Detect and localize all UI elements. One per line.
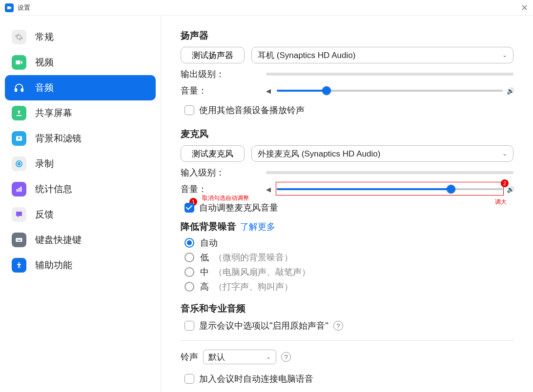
chevron-down-icon: ⌄: [502, 52, 507, 59]
svg-rect-9: [16, 238, 22, 242]
music-section-title: 音乐和专业音频: [181, 302, 513, 315]
feedback-icon: [12, 207, 26, 222]
sidebar-item-label: 辅助功能: [35, 259, 72, 272]
sidebar-item-label: 背景和滤镜: [35, 132, 82, 145]
auto-adjust-mic-checkbox[interactable]: [184, 203, 194, 213]
noise-radio-high[interactable]: [184, 282, 194, 292]
annotation-text-1: 取消勾选自动调整: [202, 194, 249, 202]
sidebar-item-label: 音频: [35, 81, 54, 94]
sidebar-item-background[interactable]: 背景和滤镜: [5, 126, 156, 151]
original-sound-label: 显示会议中选项以"启用原始声音": [199, 320, 328, 332]
headphones-icon: [12, 80, 26, 95]
sidebar-item-feedback[interactable]: 反馈: [5, 202, 156, 227]
chevron-down-icon: ⌄: [502, 150, 507, 157]
sidebar-item-general[interactable]: 常规: [5, 24, 156, 50]
test-speaker-button[interactable]: 测试扬声器: [181, 47, 245, 63]
sidebar-item-video[interactable]: 视频: [5, 50, 156, 75]
input-level-label: 输入级别：: [181, 167, 266, 178]
noise-option-label: 高: [200, 281, 209, 293]
speaker-high-icon: 🔊: [507, 87, 513, 95]
svg-point-11: [18, 239, 19, 239]
sidebar: 常规 视频 音频 共享屏幕 背景和滤镜 录制 统计信息 反馈: [0, 16, 161, 392]
svg-point-5: [18, 163, 20, 165]
other-audio-device-label: 使用其他音频设备播放铃声: [199, 104, 305, 116]
noise-section-title: 降低背景噪音: [181, 220, 236, 233]
sidebar-item-accessibility[interactable]: 辅助功能: [5, 253, 156, 278]
noise-radio-mid[interactable]: [184, 267, 194, 277]
speaker-low-icon: ◀: [266, 87, 273, 95]
sidebar-item-label: 常规: [35, 31, 54, 43]
mic-volume-slider[interactable]: ◀ 2 调大 🔊: [266, 186, 513, 193]
stats-icon: [12, 182, 26, 196]
main-panel: 扬声器 测试扬声器 耳机 (Synaptics HD Audio) ⌄ 输出级别…: [161, 16, 533, 392]
svg-point-12: [20, 239, 20, 239]
noise-option-label: 低: [200, 252, 209, 263]
speaker-device-value: 耳机 (Synaptics HD Audio): [258, 50, 355, 61]
speaker-low-icon: ◀: [266, 186, 273, 193]
keyboard-icon: [12, 233, 26, 247]
ringtone-dropdown[interactable]: 默认 ⌄: [203, 350, 276, 364]
help-icon[interactable]: ?: [281, 352, 291, 362]
svg-point-10: [17, 239, 17, 239]
sidebar-item-stats[interactable]: 统计信息: [5, 176, 156, 202]
sidebar-item-label: 统计信息: [35, 183, 72, 196]
mic-volume-label: 音量：: [181, 183, 266, 195]
speaker-volume-label: 音量：: [181, 85, 266, 97]
window-title: 设置: [18, 3, 30, 12]
sidebar-item-label: 共享屏幕: [35, 107, 72, 119]
noise-option-hint: （微弱的背景噪音）: [214, 252, 293, 263]
noise-radio-auto[interactable]: [184, 238, 194, 248]
speaker-section-title: 扬声器: [181, 29, 513, 42]
svg-rect-14: [18, 240, 21, 241]
output-level-label: 输出级别：: [181, 68, 266, 80]
sidebar-item-keyboard[interactable]: 键盘快捷键: [5, 227, 156, 253]
svg-point-3: [18, 137, 20, 139]
sidebar-item-label: 反馈: [35, 208, 54, 221]
accessibility-icon: [12, 258, 26, 273]
auto-connect-audio-label: 加入会议时自动连接电脑语音: [199, 373, 313, 385]
ringtone-label: 铃声: [181, 351, 198, 363]
svg-rect-7: [19, 188, 20, 192]
svg-rect-6: [17, 189, 18, 192]
noise-option-label: 自动: [200, 237, 218, 249]
mic-device-value: 外接麦克风 (Synaptics HD Audio): [258, 148, 380, 159]
noise-option-label: 中: [200, 266, 209, 278]
share-icon: [12, 106, 26, 120]
svg-rect-1: [21, 89, 23, 92]
app-icon: [5, 3, 14, 12]
microphone-section-title: 麦克风: [181, 128, 513, 140]
svg-rect-0: [15, 89, 17, 92]
svg-rect-8: [20, 187, 22, 192]
speaker-high-icon: 🔊: [507, 186, 513, 193]
mic-device-dropdown[interactable]: 外接麦克风 (Synaptics HD Audio) ⌄: [251, 145, 513, 162]
other-audio-device-checkbox[interactable]: [184, 105, 194, 115]
input-level-meter: [266, 171, 513, 174]
noise-learn-more-link[interactable]: 了解更多: [240, 221, 275, 233]
svg-point-15: [19, 262, 20, 264]
record-icon: [12, 157, 26, 171]
auto-connect-audio-checkbox[interactable]: [184, 374, 194, 384]
divider: [181, 340, 513, 341]
sidebar-item-record[interactable]: 录制: [5, 151, 156, 176]
noise-option-hint: （打字声、狗叫声）: [214, 281, 293, 293]
noise-radio-low[interactable]: [184, 253, 194, 262]
sidebar-item-label: 录制: [35, 157, 54, 170]
svg-point-13: [20, 239, 21, 239]
chevron-down-icon: ⌄: [266, 353, 271, 360]
speaker-device-dropdown[interactable]: 耳机 (Synaptics HD Audio) ⌄: [251, 47, 513, 63]
close-icon[interactable]: ✕: [521, 2, 528, 13]
sidebar-item-audio[interactable]: 音频: [5, 75, 156, 100]
sidebar-item-label: 视频: [35, 56, 54, 69]
gear-icon: [12, 30, 26, 44]
sidebar-item-share[interactable]: 共享屏幕: [5, 100, 156, 126]
help-icon[interactable]: ?: [333, 321, 343, 331]
output-level-meter: [266, 73, 513, 76]
test-mic-button[interactable]: 测试麦克风: [181, 145, 245, 162]
auto-adjust-mic-label: 自动调整麦克风音量: [199, 202, 278, 214]
video-icon: [12, 55, 26, 70]
ringtone-value: 默认: [208, 352, 225, 363]
speaker-volume-slider[interactable]: ◀ 🔊: [266, 87, 513, 95]
sidebar-item-label: 键盘快捷键: [35, 234, 82, 246]
noise-option-hint: （电脑风扇声、敲笔声）: [214, 266, 310, 278]
original-sound-checkbox[interactable]: [184, 321, 194, 331]
